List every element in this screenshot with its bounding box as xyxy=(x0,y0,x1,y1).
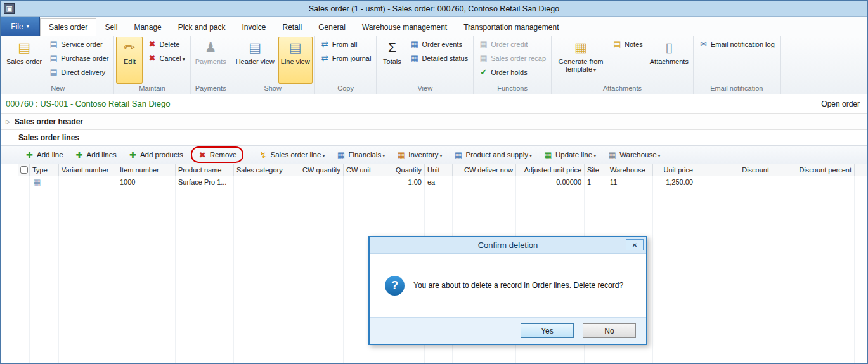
button-label: Detailed status xyxy=(422,55,468,62)
sales-order-button[interactable]: ▤Sales order xyxy=(4,37,44,84)
cell-unit-price: 1,250.00 xyxy=(653,176,696,188)
totals-button[interactable]: ΣTotals xyxy=(379,37,405,84)
tab-transportation-management[interactable]: Transportation management xyxy=(455,19,567,36)
delete-button[interactable]: ✖Delete xyxy=(144,37,188,51)
chevron-down-icon: ▾ xyxy=(382,153,385,159)
add-line-icon: ✚ xyxy=(25,150,34,160)
cell-quantity: 1.00 xyxy=(384,176,425,188)
add-line-button[interactable]: ✚Add line xyxy=(21,148,67,162)
ribbon-group-email-notification: ✉Email notification logEmail notificatio… xyxy=(694,36,781,94)
grid-header: TypeVariant numberItem numberProduct nam… xyxy=(18,164,867,176)
dialog-titlebar[interactable]: Confirm deletion ✕ xyxy=(370,237,646,253)
tab-general[interactable]: General xyxy=(310,19,354,36)
cell-cw-unit xyxy=(344,176,384,188)
line-view-button[interactable]: ▤Line view xyxy=(278,37,313,84)
sales-order-header-section[interactable]: ▷ Sales order header xyxy=(1,114,867,130)
column-header-adjusted-unit-price[interactable]: Adjusted unit price xyxy=(516,164,585,176)
order-holds-button[interactable]: ✔Order holds xyxy=(476,65,549,79)
button-label: Sales order xyxy=(6,58,42,65)
column-header-cw-unit[interactable]: CW unit xyxy=(344,164,384,176)
ribbon-group-functions: ▦Order credit▦Sales order recap✔Order ho… xyxy=(474,36,552,94)
cancel-icon: ✖ xyxy=(147,53,157,63)
button-label: Service order xyxy=(61,41,102,48)
cell-adjusted-unit-price: 0.00000 xyxy=(516,176,585,188)
column-header-unit-price[interactable]: Unit price xyxy=(653,164,696,176)
cell-cw-quantity xyxy=(294,176,344,188)
column-header-site[interactable]: Site xyxy=(585,164,607,176)
column-header-discount-percent[interactable]: Discount percent xyxy=(772,164,855,176)
add-products-button[interactable]: ✚Add products xyxy=(124,148,187,162)
yes-button[interactable]: Yes xyxy=(521,323,574,338)
button-label: From journal xyxy=(332,55,372,62)
email-notification-log-button[interactable]: ✉Email notification log xyxy=(696,37,778,51)
select-all-cell[interactable] xyxy=(18,164,30,176)
tab-sales-order[interactable]: Sales order xyxy=(40,18,96,36)
titlebar: ▣ Sales order (1 - usmf) - Sales order: … xyxy=(1,1,867,17)
attachments-button[interactable]: ▯Attachments xyxy=(647,37,691,84)
column-header-cw-deliver-now[interactable]: CW deliver now xyxy=(453,164,516,176)
column-header-unit[interactable]: Unit xyxy=(425,164,453,176)
notes-button[interactable]: ▤Notes xyxy=(609,37,646,51)
purchase-order-button[interactable]: ▤Purchase order xyxy=(46,51,112,65)
select-all-checkbox[interactable] xyxy=(20,166,28,174)
cell-site: 1 xyxy=(585,176,607,188)
detailed-status-button[interactable]: ▦Detailed status xyxy=(406,51,471,65)
chevron-down-icon: ▾ xyxy=(593,153,596,159)
order-events-button[interactable]: ▦Order events xyxy=(406,37,471,51)
dialog-close-button[interactable]: ✕ xyxy=(626,239,644,250)
column-header-sales-category[interactable]: Sales category xyxy=(234,164,294,176)
payments-button: ♟Payments xyxy=(193,37,229,84)
warehouse-button[interactable]: ▦Warehouse▾ xyxy=(604,148,664,162)
add-lines-button[interactable]: ✚Add lines xyxy=(71,148,120,162)
column-header-cw-quantity[interactable]: CW quantity xyxy=(294,164,344,176)
update-line-button[interactable]: ▦Update line▾ xyxy=(540,148,600,162)
product-and-supply-button[interactable]: ▦Product and supply▾ xyxy=(450,148,536,162)
service-order-icon: ▤ xyxy=(49,39,58,49)
file-menu-button[interactable]: File ▾ xyxy=(1,17,40,36)
column-header-discount[interactable]: Discount xyxy=(696,164,772,176)
tab-invoice[interactable]: Invoice xyxy=(233,19,274,36)
button-label: Remove xyxy=(210,151,237,159)
sales-order-recap-button: ▦Sales order recap xyxy=(476,51,549,65)
remove-icon: ✖ xyxy=(198,150,207,160)
tab-retail[interactable]: Retail xyxy=(275,19,311,36)
button-label: Edit xyxy=(124,58,136,65)
table-row[interactable]: ▦1000Surface Pro 1...1.00ea0.000001111,2… xyxy=(18,176,867,188)
from-journal-button[interactable]: ⇄From journal xyxy=(317,51,375,65)
tab-sell[interactable]: Sell xyxy=(96,19,126,36)
generate-from-template-button[interactable]: ▦Generate from template▾ xyxy=(554,37,608,84)
column-header-quantity[interactable]: Quantity xyxy=(384,164,425,176)
order-events-icon: ▦ xyxy=(410,39,419,49)
financials-icon: ▦ xyxy=(336,150,346,160)
sales-order-lines-section: Sales order lines xyxy=(1,130,867,145)
cell-select xyxy=(18,176,30,188)
sales-order-line-button[interactable]: ↯Sales order line▾ xyxy=(254,148,328,162)
attachments-icon: ▯ xyxy=(666,39,673,56)
edit-button[interactable]: ✏Edit xyxy=(116,37,143,84)
tab-manage[interactable]: Manage xyxy=(126,19,169,36)
column-header-item-number[interactable]: Item number xyxy=(117,164,176,176)
direct-delivery-button[interactable]: ▤Direct delivery xyxy=(46,65,112,79)
column-header-type[interactable]: Type xyxy=(30,164,59,176)
header-view-icon: ▤ xyxy=(249,39,261,56)
add-products-icon: ✚ xyxy=(128,150,138,160)
chevron-down-icon: ▾ xyxy=(658,153,661,159)
cancel-button[interactable]: ✖Cancel▾ xyxy=(144,51,188,65)
column-header-product-name[interactable]: Product name xyxy=(176,164,234,176)
inventory-button[interactable]: ▦Inventory▾ xyxy=(392,148,446,162)
dialog-body: ? You are about to delete a record in Or… xyxy=(370,253,646,317)
no-button[interactable]: No xyxy=(583,323,636,338)
from-all-button[interactable]: ⇄From all xyxy=(317,37,375,51)
sales-order-recap-icon: ▦ xyxy=(479,53,488,63)
column-header-variant-number[interactable]: Variant number xyxy=(59,164,117,176)
row-type-icon: ▦ xyxy=(32,178,42,187)
remove-button[interactable]: ✖Remove xyxy=(194,148,241,162)
header-view-button[interactable]: ▤Header view xyxy=(233,37,277,84)
service-order-button[interactable]: ▤Service order xyxy=(46,37,112,51)
column-header-warehouse[interactable]: Warehouse xyxy=(607,164,653,176)
financials-button[interactable]: ▦Financials▾ xyxy=(332,148,389,162)
tab-pick-and-pack[interactable]: Pick and pack xyxy=(170,19,234,36)
ribbon-button-stack: ✉Email notification log xyxy=(696,37,778,51)
tab-warehouse-management[interactable]: Warehouse management xyxy=(354,19,455,36)
ribbon-group-label: View xyxy=(379,84,471,94)
